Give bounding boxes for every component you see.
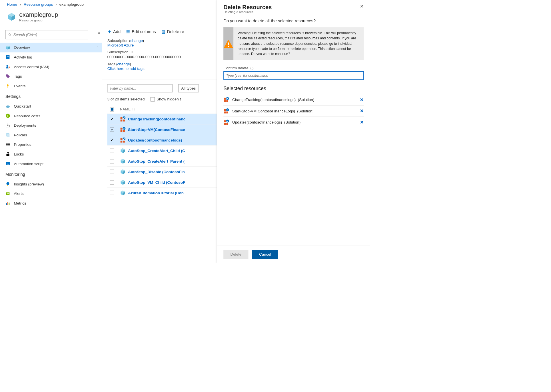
resource-name[interactable]: AutoStop_VM_Child (ContosoF [128,180,185,184]
edit-columns-button[interactable]: Edit columns [126,29,156,34]
svg-point-28 [6,182,9,185]
delete-panel: Delete Resources Deleting 3 resources ✕ … [217,0,370,263]
row-checkbox[interactable] [110,117,114,121]
tag-icon [5,74,10,79]
remove-icon[interactable]: ✕ [360,120,364,125]
lock-icon [5,152,10,157]
svg-rect-19 [7,134,10,137]
sidebar-item-events[interactable]: Events [0,81,102,91]
selected-resource-row: ChangeTracking(contosofinancelogs) (Solu… [223,94,364,106]
row-checkbox[interactable] [110,149,114,153]
column-name[interactable]: NAME [120,107,131,111]
sidebar-item-iam[interactable]: Access control (IAM) [0,62,102,72]
sidebar-item-insights[interactable]: Insights (preview) [0,179,102,189]
tags-add-link[interactable]: Click here to add tags [107,66,145,71]
automation-icon [5,161,10,166]
select-all-checkbox[interactable] [110,107,114,112]
row-checkbox[interactable] [110,159,114,163]
sidebar-item-alerts[interactable]: Alerts [0,189,102,199]
subscription-change-link[interactable]: change [130,39,143,43]
sidebar-item-deployments[interactable]: Deployments [0,121,102,130]
svg-text:↗: ↗ [8,105,10,107]
resource-group-icon [7,12,16,21]
tags-change-link[interactable]: change [117,62,130,66]
selected-resource-name: ChangeTracking(contosofinancelogs) [232,98,296,102]
row-checkbox[interactable] [110,128,114,132]
svg-line-7 [10,35,11,36]
close-icon[interactable]: ✕ [360,4,364,14]
sidebar-item-properties[interactable]: Properties [0,140,102,149]
resource-icon [120,127,126,132]
overview-icon [5,45,10,50]
resource-name[interactable]: ChangeTracking(contosofinanc [128,117,185,121]
svg-rect-30 [6,192,10,195]
sidebar-item-policies[interactable]: Policies [0,130,102,140]
panel-title: Delete Resources [223,4,272,10]
cancel-button[interactable]: Cancel [252,250,278,259]
svg-rect-21 [7,143,10,144]
resource-icon [223,97,229,102]
svg-rect-36 [127,31,128,32]
columns-icon [126,30,130,34]
subscription-id-label: Subscription ID [107,50,133,54]
subscription-value[interactable]: Microsoft Azure [107,43,134,47]
resource-name[interactable]: Updates(contosofinancelogs) [128,138,182,142]
sidebar-item-quickstart[interactable]: ↗Quickstart [0,101,102,111]
tags-label: Tags [107,62,115,66]
filter-input[interactable] [107,84,173,92]
row-checkbox[interactable] [110,138,114,142]
show-hidden-checkbox[interactable] [151,97,155,101]
sidebar-item-locks[interactable]: Locks [0,149,102,159]
selected-resource-name: Updates(contosofinancelogs) [232,120,282,124]
remove-icon[interactable]: ✕ [360,97,364,102]
resource-name[interactable]: Start-Stop-VM[ContosoFinance [128,128,185,132]
metrics-icon [5,201,10,206]
row-checkbox[interactable] [110,180,114,185]
resource-name[interactable]: AzureAutomationTutorial (Con [128,191,184,195]
delete-confirm-button[interactable]: Delete [223,250,248,259]
resource-icon [223,120,229,125]
sidebar-item-metrics[interactable]: Metrics [0,199,102,208]
sort-icon: ↑↓ [132,107,136,111]
sidebar-item-resource-costs[interactable]: $Resource costs [0,111,102,121]
panel-question: Do you want to delete all the selected r… [223,19,364,23]
resource-name[interactable]: AutoStop_Disable (ContosoFin [128,169,185,174]
scroll-up-icon[interactable]: ︿ [96,44,102,49]
delete-button[interactable]: Delete re [161,29,184,34]
svg-point-6 [9,33,11,35]
remove-icon[interactable]: ✕ [360,108,364,114]
sidebar-item-automation-script[interactable]: Automation script [0,159,102,169]
svg-rect-41 [162,31,165,31]
alerts-icon [5,191,10,196]
collapse-icon[interactable]: « [98,31,100,35]
breadcrumb-resource-groups[interactable]: Resource groups [24,2,53,7]
warning-icon [223,39,233,49]
sidebar-item-tags[interactable]: Tags [0,72,102,81]
insights-icon [5,181,10,186]
sidebar: « ︿ Overview Activity log Access control… [0,26,102,263]
svg-rect-22 [6,144,7,145]
selected-resource-row: Start-Stop-VM[ContosoFinanceLogs] (Solut… [223,106,364,117]
sidebar-section-settings: Settings [0,91,102,102]
resource-icon [120,137,126,143]
row-checkbox[interactable] [110,170,114,174]
type-filter-dropdown[interactable]: All types [178,84,199,92]
breadcrumb-home[interactable]: Home [7,2,17,7]
add-button[interactable]: Add [107,29,121,34]
confirm-input[interactable] [223,71,364,80]
resource-icon [223,108,229,114]
sidebar-item-activity-log[interactable]: Activity log [0,52,102,62]
svg-rect-26 [6,154,9,156]
resource-name[interactable]: AutoStop_CreateAlert_Child (C [128,148,185,153]
sidebar-item-overview[interactable]: Overview [0,43,102,52]
deployments-icon [5,123,10,128]
resource-icon [120,158,126,164]
info-icon[interactable]: i [250,67,253,70]
resource-name[interactable]: AutoStop_CreateAlert_Parent ( [128,159,185,163]
svg-point-12 [9,66,10,68]
row-checkbox[interactable] [110,191,114,195]
svg-rect-24 [6,146,7,146]
warning-box: Warning! Deleting the selected resources… [223,27,364,60]
search-input[interactable] [5,30,88,39]
log-icon [5,55,10,60]
